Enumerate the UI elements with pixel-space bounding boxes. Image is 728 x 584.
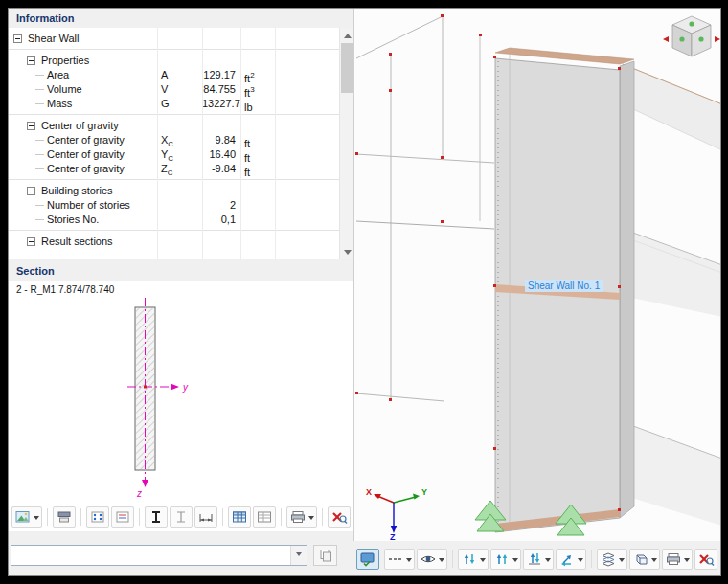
- table-row[interactable]: Mass G 13227.7 lb: [9, 97, 339, 111]
- values-icon: [114, 509, 131, 525]
- axis-y-label: Y: [421, 487, 427, 497]
- scrollbar-thumb[interactable]: [341, 43, 353, 93]
- red-cross-magnifier-icon: [330, 509, 348, 525]
- collapse-icon[interactable]: [27, 187, 35, 195]
- dropdown-arrow-icon: [651, 558, 657, 565]
- command-combobox[interactable]: [11, 545, 307, 566]
- toolbar-separator: [452, 550, 453, 568]
- i-beam-thin-icon: [172, 509, 190, 525]
- render-mode-button[interactable]: [356, 549, 379, 570]
- table-row[interactable]: Center of gravity ZC -9.84 ft: [9, 162, 339, 176]
- cube-rotate-left-icon[interactable]: [663, 36, 669, 42]
- table-row[interactable]: Area A 129.17 ft2: [9, 68, 339, 82]
- statusbar-left: [9, 531, 353, 576]
- clipping-box-button[interactable]: [629, 549, 660, 570]
- view-x-button[interactable]: [458, 549, 489, 570]
- view-toolbar: [353, 541, 720, 576]
- dropdown-arrow-icon: [545, 558, 551, 565]
- print-view-button[interactable]: [662, 549, 693, 570]
- property-unit: ft: [240, 162, 275, 176]
- centroid-marker: [144, 386, 147, 389]
- section-display-options-button[interactable]: [11, 506, 42, 528]
- group-separator: [9, 114, 339, 115]
- table-row[interactable]: Number of stories 2: [9, 198, 339, 213]
- tree-group-label: Building stories: [41, 184, 113, 198]
- tree-group-center-of-gravity[interactable]: Center of gravity: [9, 119, 339, 133]
- axis-y-arrow-icon: [171, 384, 179, 391]
- property-unit: ft2: [240, 68, 275, 82]
- print-section-button[interactable]: [286, 506, 317, 528]
- table-row[interactable]: Center of gravity YC 16.40 ft: [9, 147, 339, 162]
- command-input[interactable]: [11, 546, 290, 565]
- view-y-button[interactable]: [490, 549, 521, 570]
- arrows-diagonal-icon: [558, 551, 576, 567]
- view-isometric-button[interactable]: [556, 549, 586, 570]
- section-panel: Section 2 - R_M1 7.874/78.740 y z: [9, 261, 353, 531]
- printer-icon: [289, 509, 307, 525]
- guide-lines-button[interactable]: [384, 549, 415, 570]
- cancel-zoom-button[interactable]: [694, 549, 717, 570]
- wall-selection-label: Shear Wall No. 1: [525, 280, 603, 292]
- empty-cell: [275, 97, 339, 111]
- tree-group-label: Properties: [41, 54, 89, 68]
- property-symbol: G: [157, 97, 202, 111]
- property-name: Mass: [9, 97, 157, 111]
- table-row[interactable]: Stories No. 0,1: [9, 213, 339, 227]
- info-scrollbar[interactable]: [339, 28, 353, 259]
- property-value: 16.40: [202, 147, 240, 162]
- toolbar-separator: [80, 508, 81, 526]
- viewport-3d[interactable]: X Y Z Shear Wall No. 1: [353, 9, 721, 541]
- table-icon: [231, 509, 248, 525]
- empty-cell: [275, 147, 339, 162]
- tree-group-building-stories[interactable]: Building stories: [9, 184, 339, 198]
- toolbar-separator: [591, 550, 592, 568]
- section-close-button[interactable]: [328, 506, 351, 528]
- arrows-up-down-icon: [493, 551, 511, 567]
- cube-rotate-right-icon[interactable]: [715, 36, 720, 42]
- property-value: 13227.7: [202, 97, 240, 111]
- profile-bold-button[interactable]: [145, 506, 168, 528]
- property-unit: lb: [240, 97, 275, 111]
- layers-icon: [600, 551, 617, 567]
- printer-icon: [665, 551, 682, 567]
- empty-cell: [275, 198, 339, 213]
- section-values-button[interactable]: [111, 506, 134, 528]
- export-image-button[interactable]: [53, 506, 76, 528]
- collapse-icon[interactable]: [27, 122, 35, 130]
- information-tree: Shear Wall Properties Area A 129.17 ft2 …: [9, 28, 339, 259]
- tree-group-properties[interactable]: Properties: [9, 54, 339, 68]
- visibility-button[interactable]: [417, 549, 447, 570]
- render-display-icon: [359, 551, 376, 567]
- dropdown-arrow-icon: [308, 516, 314, 523]
- stress-points-button[interactable]: [86, 506, 109, 528]
- combobox-dropdown-button[interactable]: [290, 546, 307, 565]
- view-z-button[interactable]: [523, 549, 554, 570]
- visibility-layers-button[interactable]: [597, 549, 627, 570]
- group-separator: [9, 49, 339, 50]
- property-symbol: A: [157, 68, 202, 82]
- cube-icon: [632, 551, 649, 567]
- profile-thin-button[interactable]: [170, 506, 193, 528]
- info-table-button[interactable]: [253, 506, 276, 528]
- table-row[interactable]: Volume V 84.755 ft3: [9, 82, 339, 97]
- scroll-down-button[interactable]: [340, 245, 354, 259]
- collapse-icon[interactable]: [13, 34, 22, 43]
- dropdown-arrow-icon: [34, 516, 39, 523]
- result-table-button[interactable]: [228, 506, 251, 528]
- scroll-up-button[interactable]: [340, 28, 354, 42]
- table-row[interactable]: Center of gravity XC 9.84 ft: [9, 133, 339, 147]
- dimension-lines-button[interactable]: [194, 506, 217, 528]
- collapse-icon[interactable]: [27, 237, 35, 246]
- toolbar-separator: [222, 508, 223, 526]
- navigation-cube[interactable]: [663, 16, 720, 56]
- property-unit: ft: [240, 147, 275, 162]
- property-name: Number of stories: [9, 198, 157, 213]
- empty-cell: [275, 68, 339, 82]
- model-scene[interactable]: X Y Z: [354, 9, 721, 541]
- tree-group-result-sections[interactable]: Result sections: [9, 235, 339, 249]
- information-panel-title: Information: [9, 9, 353, 28]
- collapse-icon[interactable]: [27, 56, 35, 65]
- panel-title-text: Information: [16, 12, 75, 24]
- tree-item-shear-wall[interactable]: Shear Wall: [9, 32, 339, 46]
- copy-output-button[interactable]: [313, 545, 337, 566]
